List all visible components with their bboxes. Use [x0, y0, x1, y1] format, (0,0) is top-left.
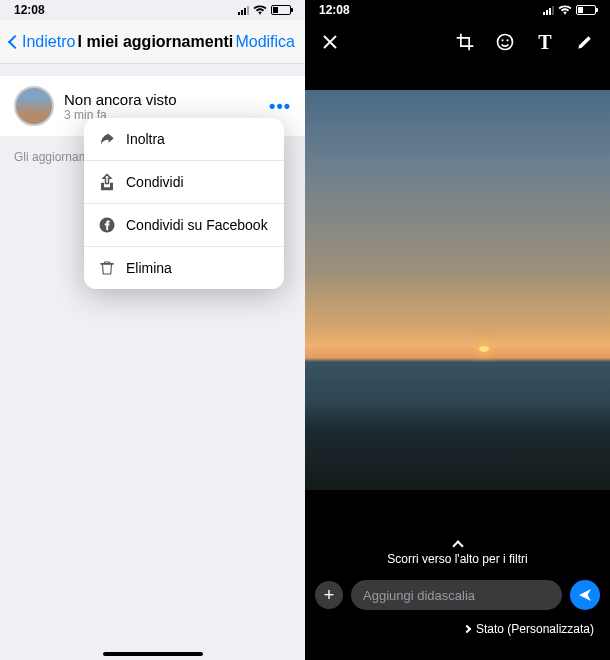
menu-delete[interactable]: Elimina — [84, 247, 284, 289]
sun — [479, 346, 489, 352]
chevron-left-icon — [8, 34, 22, 48]
caption-row: + Aggiungi didascalia — [315, 580, 600, 610]
menu-delete-label: Elimina — [126, 260, 172, 276]
status-info: Non ancora visto 3 min fa — [64, 91, 259, 122]
privacy-button[interactable]: Stato (Personalizzata) — [464, 622, 594, 636]
crop-button[interactable] — [454, 31, 476, 53]
status-avatar — [14, 86, 54, 126]
nav-bar: Indietro I miei aggiornamenti Modifica — [0, 20, 305, 64]
status-right — [238, 5, 291, 15]
status-right — [543, 5, 596, 15]
battery-icon — [576, 5, 596, 15]
menu-share-label: Condividi — [126, 174, 184, 190]
context-menu: Inoltra Condividi Condividi su Facebook … — [84, 118, 284, 289]
trash-icon — [98, 259, 116, 277]
signal-icon — [238, 6, 249, 15]
page-title: I miei aggiornamenti — [78, 33, 234, 51]
left-screen: 12:08 Indietro I miei aggiornamenti Modi… — [0, 0, 305, 660]
wifi-icon — [558, 5, 572, 15]
svg-point-2 — [501, 39, 503, 41]
status-time: 12:08 — [319, 3, 350, 17]
menu-share-facebook[interactable]: Condividi su Facebook — [84, 204, 284, 247]
back-button[interactable]: Indietro — [10, 33, 75, 51]
back-label: Indietro — [22, 33, 75, 51]
editor-toolbar: T — [305, 20, 610, 64]
menu-share-fb-label: Condividi su Facebook — [126, 217, 268, 233]
menu-forward-label: Inoltra — [126, 131, 165, 147]
chevron-right-icon — [463, 625, 471, 633]
status-title: Non ancora visto — [64, 91, 259, 108]
send-button[interactable] — [570, 580, 600, 610]
caption-input[interactable]: Aggiungi didascalia — [351, 580, 562, 610]
status-bar: 12:08 — [305, 0, 610, 20]
swipe-hint[interactable]: Scorri verso l'alto per i filtri — [305, 542, 610, 566]
status-time: 12:08 — [14, 3, 45, 17]
wifi-icon — [253, 5, 267, 15]
sticker-button[interactable] — [494, 31, 516, 53]
home-indicator — [103, 652, 203, 656]
signal-icon — [543, 6, 554, 15]
chevron-up-icon — [452, 540, 463, 551]
svg-point-3 — [506, 39, 508, 41]
svg-point-1 — [498, 35, 513, 50]
menu-share[interactable]: Condividi — [84, 161, 284, 204]
text-button[interactable]: T — [534, 31, 556, 53]
close-button[interactable] — [319, 31, 341, 53]
swipe-hint-label: Scorri verso l'alto per i filtri — [387, 552, 527, 566]
right-screen: 12:08 T Scorri verso l'alto per — [305, 0, 610, 660]
edit-button[interactable]: Modifica — [235, 33, 295, 51]
draw-button[interactable] — [574, 31, 596, 53]
battery-icon — [271, 5, 291, 15]
status-bar: 12:08 — [0, 0, 305, 20]
privacy-label: Stato (Personalizzata) — [476, 622, 594, 636]
add-media-button[interactable]: + — [315, 581, 343, 609]
menu-forward[interactable]: Inoltra — [84, 118, 284, 161]
more-button[interactable]: ••• — [269, 96, 291, 117]
share-icon — [98, 173, 116, 191]
facebook-icon — [98, 216, 116, 234]
forward-icon — [98, 130, 116, 148]
status-photo[interactable] — [305, 90, 610, 490]
